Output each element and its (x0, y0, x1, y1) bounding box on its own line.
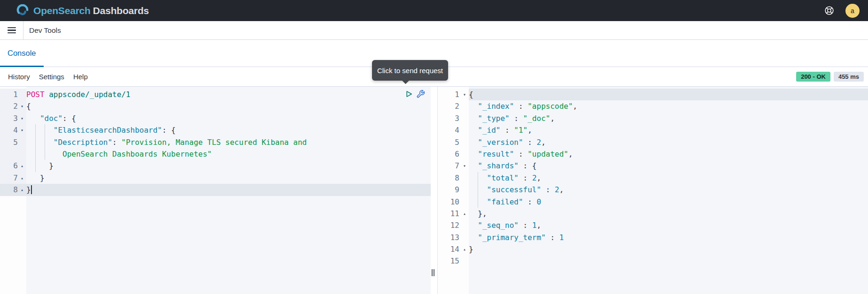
code-line: 7▾ "_shards" : { (438, 160, 868, 172)
fold-toggle-icon[interactable]: ▴ (19, 160, 25, 172)
tab-console[interactable]: Console (0, 40, 44, 67)
code-line: 6▴ } (0, 160, 431, 172)
fold-toggle-icon[interactable]: ▾ (461, 89, 468, 100)
code-line: 2 "_index" : "appscode", (438, 100, 868, 112)
line-number: 8 (13, 184, 18, 196)
code-line: 5 "_version" : 2, (438, 136, 868, 148)
code-line: 14▴} (438, 243, 868, 255)
request-editor-lines: 1POST appscode/_update/12▾{3▾ "doc": {4▾… (0, 89, 431, 196)
fold-toggle-icon[interactable]: ▾ (19, 124, 25, 136)
breadcrumb: Dev Tools (29, 26, 61, 35)
send-request-tooltip: Click to send request (372, 60, 448, 81)
tooltip-text: Click to send request (377, 67, 443, 75)
line-number: 3 (455, 113, 459, 124)
line-number: 7 (13, 172, 18, 184)
hamburger-icon (8, 25, 16, 35)
opensearch-logo-icon (16, 4, 29, 17)
menu-button[interactable] (0, 21, 23, 39)
request-options-button[interactable] (416, 89, 425, 98)
line-number: 11 (450, 208, 459, 219)
code-line: 3 "_type" : "_doc", (438, 113, 868, 124)
response-time-badge: 455 ms (834, 72, 864, 82)
response-editor-lines: 1▾{2 "_index" : "appscode",3 "_type" : "… (438, 89, 868, 267)
line-number: 14 (450, 243, 459, 255)
app-header: OpenSearchDashboards a (0, 0, 868, 21)
code-line: 4 "_id" : "1", (438, 124, 868, 136)
opensearch-dashboards-app: OpenSearchDashboards a Dev Tools Console (0, 0, 868, 294)
line-number: 2 (13, 100, 18, 112)
line-number: 4 (13, 124, 18, 136)
line-number: 9 (455, 184, 459, 196)
code-line: 11▴ }, (438, 208, 868, 219)
status-code-badge: 200 - OK (796, 72, 830, 82)
code-line: 12 "_seq_no" : 1, (438, 219, 868, 231)
console-editors: 1POST appscode/_update/12▾{3▾ "doc": {4▾… (0, 87, 868, 294)
code-line: 15 (438, 255, 868, 267)
send-request-button[interactable] (404, 89, 413, 98)
line-number: 5 (455, 136, 459, 148)
fold-toggle-icon[interactable]: ▾ (19, 113, 25, 124)
code-line: 1▾{ (438, 89, 868, 100)
user-avatar[interactable]: a (845, 4, 860, 18)
brand-primary: OpenSearch (33, 5, 91, 16)
fold-toggle-icon[interactable]: ▾ (461, 160, 468, 172)
code-line: 7▴ } (0, 172, 431, 184)
app-title: OpenSearchDashboards (33, 5, 149, 16)
line-number: 6 (455, 148, 459, 160)
line-number: 1 (455, 89, 459, 100)
play-icon (405, 90, 413, 98)
code-line: 10 "failed" : 0 (438, 196, 868, 208)
line-number: 8 (455, 172, 459, 184)
response-editor[interactable]: 1▾{2 "_index" : "appscode",3 "_type" : "… (437, 87, 868, 294)
request-editor[interactable]: 1POST appscode/_update/12▾{3▾ "doc": {4▾… (0, 87, 431, 294)
line-number: 7 (455, 160, 459, 172)
line-number: 1 (13, 89, 18, 100)
fold-toggle-icon[interactable]: ▴ (461, 208, 468, 219)
help-button[interactable] (823, 5, 835, 17)
line-number: 10 (450, 196, 459, 208)
code-line: 13 "_primary_term" : 1 (438, 232, 868, 243)
code-line: 8 "total" : 2, (438, 172, 868, 184)
code-line: 9 "successful" : 2, (438, 184, 868, 196)
code-line: 6 "result" : "updated", (438, 148, 868, 160)
opensearch-logo[interactable]: OpenSearchDashboards (16, 4, 149, 17)
code-line: 4▾ "ElasticsearchDashboard": { (0, 124, 431, 136)
code-line: 5 "Description": "Provision, Manage TLS … (0, 136, 431, 148)
code-line: 3▾ "doc": { (0, 113, 431, 124)
text-cursor (31, 185, 32, 194)
code-line: OpenSearch Dashboards Kubernetes" (0, 148, 431, 160)
navbar: Dev Tools (0, 21, 868, 40)
menu-item-history[interactable]: History (8, 73, 30, 81)
fold-toggle-icon[interactable]: ▴ (19, 172, 25, 184)
code-line: 2▾{ (0, 100, 431, 112)
tab-console-label: Console (8, 49, 36, 58)
code-line: 1POST appscode/_update/1 (0, 89, 431, 100)
line-number: 2 (455, 100, 459, 112)
line-number: 3 (13, 113, 18, 124)
wrench-icon (416, 90, 425, 98)
line-number: 15 (450, 255, 459, 267)
lifebuoy-help-icon (823, 5, 835, 16)
line-number: 12 (450, 219, 459, 231)
menu-item-settings[interactable]: Settings (39, 73, 64, 81)
resizer-grip-icon (432, 269, 436, 276)
line-number: 13 (450, 232, 459, 243)
fold-toggle-icon[interactable]: ▴ (19, 184, 25, 196)
menu-item-help[interactable]: Help (73, 73, 88, 81)
panel-resizer[interactable] (431, 87, 437, 294)
line-number: 5 (13, 136, 18, 148)
fold-toggle-icon[interactable]: ▴ (461, 243, 468, 255)
fold-toggle-icon[interactable]: ▾ (19, 100, 25, 112)
brand-secondary: Dashboards (93, 5, 149, 16)
code-line: 8▴} (0, 184, 431, 196)
line-number: 6 (13, 160, 18, 172)
line-number: 4 (455, 124, 459, 136)
